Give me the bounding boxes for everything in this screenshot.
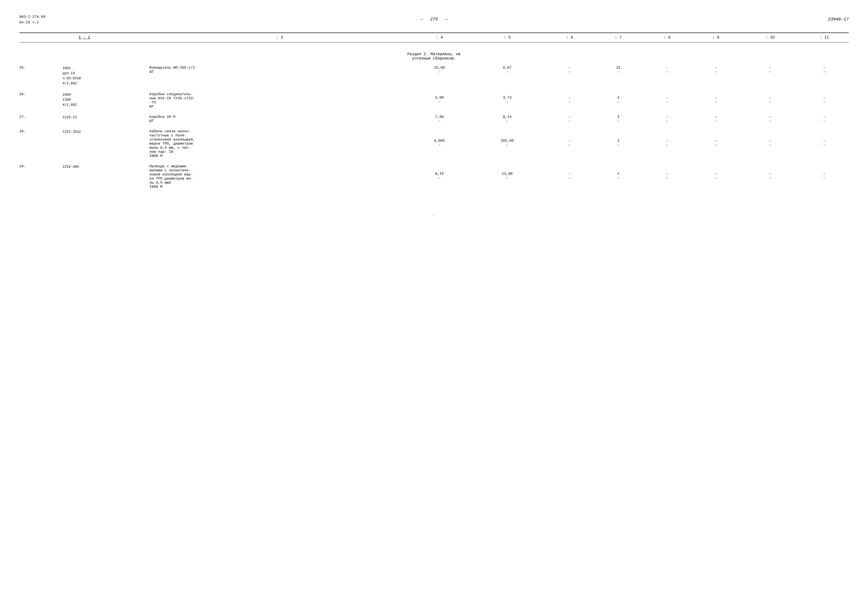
header-center: – 275 – bbox=[420, 17, 448, 22]
spacer-25-26 bbox=[19, 86, 849, 91]
page-number: 275 bbox=[430, 17, 438, 22]
section-header-row: Раздел 2. Материалы, не учтенные сборник… bbox=[19, 47, 849, 64]
row-26-col9: – bbox=[692, 96, 740, 100]
doc-ref-line1: 903-I-274.89 bbox=[19, 15, 45, 20]
row-25-code3: п.03-0I40 bbox=[63, 76, 149, 81]
row-28-code1: CI5I-2542 bbox=[63, 129, 149, 135]
row-29-desc3: новой изоляцией мар- bbox=[149, 173, 410, 177]
row-28-desc3: этиленовой изоляцией, bbox=[149, 138, 410, 142]
row-29-desc6: I000 М bbox=[149, 185, 410, 189]
row-27-desc2: ШТ bbox=[149, 119, 410, 123]
spacer-27-28 bbox=[19, 123, 849, 128]
table-row: 26. 2405- I390 К=I,082 Коробки соедините… bbox=[19, 91, 849, 109]
row-26-col5: 3,73 bbox=[469, 96, 545, 100]
row-26-col6: – bbox=[545, 96, 594, 100]
col-header-8: : 8 bbox=[643, 33, 691, 42]
row-25-col9: – bbox=[692, 66, 740, 70]
row-25-code1: I602 bbox=[63, 66, 149, 71]
footer-dot: . bbox=[19, 213, 849, 217]
row-27-desc1: Коробка УК-П bbox=[149, 115, 410, 119]
row-25-desc1: Извещатель ИП-I05-2/I bbox=[149, 66, 410, 70]
row-28-desc7: I000 М bbox=[149, 154, 410, 158]
table-row: 28. CI5I-2542 Кабели связи низко- частот… bbox=[19, 128, 849, 158]
row-26-desc2: ные КСК-I6 ТУ36-1753- bbox=[149, 96, 410, 100]
col-header-10: : IO bbox=[740, 33, 800, 42]
spacer-26-27 bbox=[19, 109, 849, 114]
row-28-col11: – bbox=[800, 139, 849, 143]
row-27-col11: – bbox=[800, 115, 849, 119]
row-25-col4-dash: – bbox=[410, 70, 469, 74]
row-26-col4: I,00 bbox=[410, 96, 469, 100]
row-25-desc2: ШТ bbox=[149, 70, 410, 74]
row-28-col8: – bbox=[643, 139, 691, 143]
spacer-bottom bbox=[19, 189, 849, 203]
row-27-col6: – bbox=[545, 115, 594, 119]
row-29-desc5: лы 0,5 мм2 bbox=[149, 181, 410, 185]
spacer-28-29 bbox=[19, 158, 849, 163]
row-25-col4: 25,00 bbox=[410, 66, 469, 70]
row-26-col10: – bbox=[740, 96, 800, 100]
row-26-col8: – bbox=[643, 96, 691, 100]
row-29-col11: – bbox=[800, 172, 849, 176]
row-28-desc5: жилы 0,5 мм, с чис- bbox=[149, 146, 410, 150]
row-29-col9: – bbox=[692, 172, 740, 176]
row-27-col7: I bbox=[594, 115, 643, 119]
col-header-6: : 6 bbox=[545, 33, 594, 42]
row-29-col7: 2 bbox=[594, 172, 643, 176]
row-26-desc4: ШТ bbox=[149, 105, 410, 109]
column-header-row: I : 2 : 3 : 4 : 5 : 6 : 7 : 8 : 9 bbox=[19, 33, 849, 42]
row-29-col5: I3,00 bbox=[469, 172, 545, 176]
row-26-code3: К=I,082 bbox=[63, 102, 149, 108]
row-27-num: 27. bbox=[19, 115, 26, 119]
row-29-code1: CI52-489 bbox=[63, 164, 149, 169]
row-27-col9: – bbox=[692, 115, 740, 119]
row-28-col9: – bbox=[692, 139, 740, 143]
row-29-desc2: жилами с полиэтиле- bbox=[149, 169, 410, 173]
row-25-num: 25. bbox=[19, 66, 26, 70]
col-header-3: : 3 bbox=[149, 33, 410, 42]
row-25-code4: К=I,082 bbox=[63, 81, 149, 86]
row-26-col7: 4 bbox=[594, 96, 643, 100]
row-26-desc3: -75 bbox=[149, 100, 410, 105]
row-25-col7: 22 bbox=[594, 66, 643, 70]
row-28-col6: – bbox=[545, 139, 594, 143]
main-table: I : 2 : 3 : 4 : 5 : 6 : 7 : 8 : 9 bbox=[19, 33, 849, 203]
header: 903-I-274.89 Ал.I9 ч.2 – 275 – 23946-17 bbox=[19, 15, 849, 25]
spacer-after-header bbox=[19, 42, 849, 47]
row-26-col11: – bbox=[800, 96, 849, 100]
row-27-col10: – bbox=[740, 115, 800, 119]
row-25-col5: 0,87 bbox=[469, 66, 545, 70]
col-header-11: : II bbox=[800, 33, 849, 42]
dash-right: – bbox=[445, 17, 448, 22]
row-28-desc1: Кабели связи низко- bbox=[149, 129, 410, 133]
row-29-desc4: ки ТРП диаметром жи- bbox=[149, 177, 410, 181]
row-25-col11: – bbox=[800, 66, 849, 70]
row-27-col4: 7,00 bbox=[410, 115, 469, 119]
row-27-col5: 0,I4 bbox=[469, 115, 545, 119]
table-row: 25. I602 доп.I4 п.03-0I40 К=I,082 Извеща… bbox=[19, 64, 849, 86]
row-27-col8: – bbox=[643, 115, 691, 119]
col-header-7: : 7 bbox=[594, 33, 643, 42]
table-row: 27. CI55-I3 Коробка УК-П ШТ 7,00 – 0,I4 … bbox=[19, 114, 849, 123]
section-header-line1: Раздел 2. Материалы, не bbox=[19, 52, 849, 57]
row-26-num: 26. bbox=[19, 92, 26, 96]
row-28-col10: – bbox=[740, 139, 800, 143]
row-25-col10: – bbox=[740, 66, 800, 70]
section-header-line2: учтенные сборником. bbox=[19, 57, 849, 61]
row-29-col6: – bbox=[545, 172, 594, 176]
col-header-1-2: I : 2 bbox=[19, 33, 149, 42]
row-28-desc2: частотные с поли- bbox=[149, 133, 410, 138]
table-row: 29. CI52-489 Провода с медными жилами с … bbox=[19, 163, 849, 189]
row-27-code1: CI55-I3 bbox=[63, 115, 149, 120]
row-26-desc1: Коробки соединитель- bbox=[149, 92, 410, 96]
row-28-col5: 202,00 bbox=[469, 139, 545, 143]
row-25-code2: доп.I4 bbox=[63, 71, 149, 76]
row-28-desc4: марки ТПП, диаметром bbox=[149, 142, 410, 146]
row-26-code1: 2405- bbox=[63, 92, 149, 97]
row-28-num: 28. bbox=[19, 129, 26, 133]
col-header-9: : 9 bbox=[692, 33, 740, 42]
row-26-code2: I390 bbox=[63, 97, 149, 102]
row-28-col4: 0,005 bbox=[410, 139, 469, 143]
row-29-num: 29. bbox=[19, 164, 26, 169]
row-25-col5-dash: – bbox=[469, 70, 545, 74]
